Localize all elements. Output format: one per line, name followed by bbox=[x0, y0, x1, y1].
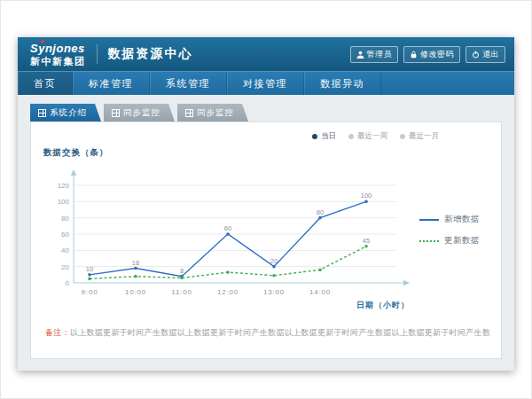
dot-icon bbox=[348, 134, 354, 139]
power-icon bbox=[472, 51, 480, 59]
series-legend: 新增数据 更新数据 bbox=[419, 214, 480, 246]
chart-card: 当日 最近一周 最近一月 数据交换（条） 0204060801001209:00… bbox=[30, 121, 502, 359]
series-legend-new-data[interactable]: 新增数据 bbox=[419, 214, 480, 225]
app-header: Synjones 新中新集团 数据资源中心 管理员 修改密码 bbox=[18, 37, 514, 71]
dot-icon bbox=[400, 134, 405, 139]
svg-text:10: 10 bbox=[86, 265, 93, 273]
admin-user-button[interactable]: 管理员 bbox=[350, 46, 399, 63]
grid-icon bbox=[112, 109, 120, 117]
lock-icon bbox=[410, 51, 418, 59]
logo[interactable]: Synjones 新中新集团 bbox=[30, 43, 86, 66]
svg-text:20: 20 bbox=[270, 257, 278, 265]
grid-icon bbox=[38, 109, 46, 117]
tab-sync-monitor-1[interactable]: 同步监控 bbox=[104, 104, 175, 121]
svg-text:20: 20 bbox=[61, 263, 69, 271]
app-window: Synjones 新中新集团 数据资源中心 管理员 修改密码 bbox=[18, 37, 514, 371]
change-password-button[interactable]: 修改密码 bbox=[403, 46, 460, 63]
logo-wordmark: Synjones bbox=[30, 43, 86, 54]
svg-text:80: 80 bbox=[61, 215, 69, 223]
svg-text:100: 100 bbox=[361, 192, 372, 200]
svg-text:60: 60 bbox=[61, 231, 69, 239]
series-legend-label: 新增数据 bbox=[444, 214, 480, 225]
tab-label: 同步监控 bbox=[123, 107, 160, 119]
logo-company-name: 新中新集团 bbox=[30, 57, 86, 66]
line-chart[interactable]: 0204060801001209:0010:0011:0012:0013:001… bbox=[42, 159, 414, 317]
y-axis-title: 数据交换（条） bbox=[43, 147, 490, 159]
dot-icon bbox=[312, 134, 317, 139]
series-legend-label: 更新数据 bbox=[444, 235, 480, 246]
dashed-line-icon bbox=[419, 240, 439, 242]
range-legend-label: 最近一周 bbox=[357, 131, 387, 142]
content-area: 系统介绍 同步监控 同步监控 当日 最近一周 bbox=[18, 95, 514, 359]
footnote: 备注：以上数据更新于时间产生数据以上数据更新于时间产生数据以上数据更新于时间产生… bbox=[42, 327, 490, 358]
logout-label: 退出 bbox=[482, 49, 499, 60]
svg-text:日期（小时）: 日期（小时） bbox=[356, 301, 410, 309]
range-legend-item[interactable]: 当日 bbox=[312, 131, 336, 142]
svg-text:40: 40 bbox=[61, 246, 69, 254]
nav-item-connect-mgmt[interactable]: 对接管理 bbox=[227, 72, 304, 95]
tab-system-intro[interactable]: 系统介绍 bbox=[30, 104, 101, 121]
logout-button[interactable]: 退出 bbox=[466, 46, 505, 63]
header-actions: 管理员 修改密码 退出 bbox=[350, 46, 506, 63]
nav-item-data-change[interactable]: 数据异动 bbox=[304, 72, 381, 95]
svg-text:60: 60 bbox=[224, 224, 231, 232]
logo-red-dot-icon bbox=[41, 40, 44, 43]
user-icon bbox=[356, 51, 364, 59]
tab-label: 系统介绍 bbox=[50, 107, 87, 119]
svg-text:11:00: 11:00 bbox=[171, 288, 192, 296]
svg-text:13:00: 13:00 bbox=[263, 288, 285, 296]
app-title: 数据资源中心 bbox=[108, 46, 193, 62]
range-legend-label: 当日 bbox=[321, 131, 336, 142]
svg-text:10:00: 10:00 bbox=[125, 288, 146, 296]
footnote-prefix: 备注： bbox=[45, 328, 70, 337]
series-legend-updated-data[interactable]: 更新数据 bbox=[419, 235, 480, 246]
tab-bar: 系统介绍 同步监控 同步监控 bbox=[30, 104, 502, 121]
chart-row: 0204060801001209:0010:0011:0012:0013:001… bbox=[42, 159, 490, 317]
svg-text:80: 80 bbox=[317, 208, 324, 216]
svg-text:100: 100 bbox=[58, 198, 70, 206]
svg-text:0: 0 bbox=[66, 279, 70, 287]
svg-text:12:00: 12:00 bbox=[217, 288, 239, 296]
range-legend-label: 最近一月 bbox=[409, 131, 439, 142]
footnote-text: 以上数据更新于时间产生数据以上数据更新于时间产生数据以上数据更新于时间产生数据以… bbox=[70, 328, 490, 337]
range-legend-item[interactable]: 最近一周 bbox=[348, 131, 387, 142]
grid-icon bbox=[185, 109, 193, 117]
header-divider bbox=[97, 44, 98, 64]
svg-text:45: 45 bbox=[363, 237, 370, 245]
main-nav: 首页 标准管理 系统管理 对接管理 数据异动 bbox=[18, 71, 514, 95]
solid-line-icon bbox=[419, 219, 439, 221]
svg-text:120: 120 bbox=[58, 182, 70, 190]
tab-label: 同步监控 bbox=[197, 107, 234, 119]
nav-item-system-mgmt[interactable]: 系统管理 bbox=[150, 72, 227, 95]
svg-text:9:00: 9:00 bbox=[82, 288, 98, 296]
svg-text:8: 8 bbox=[180, 267, 184, 275]
range-legend: 当日 最近一周 最近一月 bbox=[42, 131, 439, 142]
change-password-label: 修改密码 bbox=[420, 49, 454, 60]
svg-text:18: 18 bbox=[132, 259, 139, 267]
admin-user-label: 管理员 bbox=[367, 49, 393, 60]
tab-sync-monitor-2[interactable]: 同步监控 bbox=[177, 104, 248, 121]
nav-item-home[interactable]: 首页 bbox=[18, 72, 73, 95]
nav-item-standard-mgmt[interactable]: 标准管理 bbox=[73, 72, 150, 95]
range-legend-item[interactable]: 最近一月 bbox=[400, 131, 439, 142]
svg-text:14:00: 14:00 bbox=[309, 288, 331, 296]
